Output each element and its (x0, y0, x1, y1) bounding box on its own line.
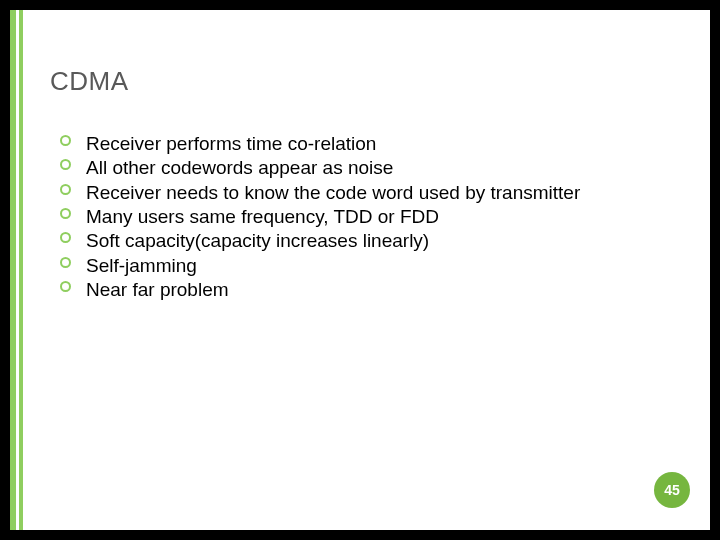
list-item-text: Receiver performs time co-relation (86, 133, 376, 154)
list-item: Self-jamming (60, 254, 670, 278)
list-item: All other codewords appear as noise (60, 156, 670, 180)
list-item-text: Soft capacity(capacity increases linearl… (86, 230, 429, 251)
list-item: Receiver needs to know the code word use… (60, 181, 670, 205)
slide: CDMA Receiver performs time co-relation … (10, 10, 710, 530)
list-item-text: All other codewords appear as noise (86, 157, 393, 178)
bullet-icon (60, 281, 71, 292)
bullet-icon (60, 184, 71, 195)
accent-bar-inner (19, 10, 23, 530)
list-item-text: Many users same frequency, TDD or FDD (86, 206, 439, 227)
bullet-icon (60, 232, 71, 243)
list-item: Receiver performs time co-relation (60, 132, 670, 156)
slide-title: CDMA (50, 66, 129, 97)
bullet-list: Receiver performs time co-relation All o… (60, 132, 670, 302)
slide-content: Receiver performs time co-relation All o… (60, 132, 670, 302)
bullet-icon (60, 257, 71, 268)
list-item-text: Receiver needs to know the code word use… (86, 182, 580, 203)
bullet-icon (60, 159, 71, 170)
list-item: Near far problem (60, 278, 670, 302)
list-item: Many users same frequency, TDD or FDD (60, 205, 670, 229)
list-item: Soft capacity(capacity increases linearl… (60, 229, 670, 253)
page-number: 45 (664, 482, 680, 498)
bullet-icon (60, 208, 71, 219)
page-number-badge: 45 (654, 472, 690, 508)
list-item-text: Self-jamming (86, 255, 197, 276)
bullet-icon (60, 135, 71, 146)
list-item-text: Near far problem (86, 279, 229, 300)
